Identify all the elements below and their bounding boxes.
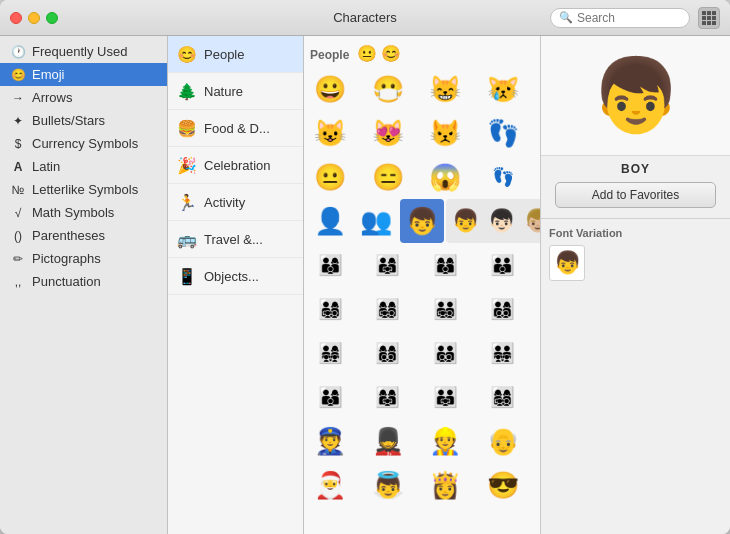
emoji-cell[interactable]: 😀 xyxy=(308,67,352,111)
emoji-cell[interactable]: 😱 xyxy=(423,155,467,199)
emoji-cell[interactable]: 👩‍👩‍👦‍👦 xyxy=(366,331,410,375)
emoji-cell[interactable]: 👨‍👩‍👧‍👧 xyxy=(308,331,352,375)
emoji-cell[interactable]: 😾 xyxy=(423,111,467,155)
clock-icon: 🕐 xyxy=(10,45,26,59)
emoji-cell[interactable]: 🎅 xyxy=(308,463,352,507)
emoji-cell[interactable]: 😐 xyxy=(308,155,352,199)
header-emoji: 😐 😊 xyxy=(357,45,401,62)
sidebar-item-letterlike[interactable]: № Letterlike Symbols xyxy=(0,178,167,201)
emoji-grid-header: People 😐 😊 xyxy=(308,40,536,67)
people-cat-icon: 😊 xyxy=(176,43,198,65)
sidebar-item-emoji[interactable]: 😊 Emoji xyxy=(0,63,167,86)
detail-emoji-area: 👦 xyxy=(541,36,730,156)
emoji-cell[interactable]: 😑 xyxy=(366,155,410,199)
emoji-cell[interactable]: 👩‍👩‍👧 xyxy=(366,375,410,419)
close-button[interactable] xyxy=(10,12,22,24)
emoji-cell[interactable]: 👤 xyxy=(308,199,352,243)
sidebar-item-arrows[interactable]: → Arrows xyxy=(0,86,167,109)
category-item-celebration[interactable]: 🎉 Celebration xyxy=(168,147,303,184)
skin-tone-default[interactable]: 👦 xyxy=(447,203,483,239)
emoji-cell[interactable]: 👩‍👩‍👧‍👦 xyxy=(481,375,525,419)
emoji-cell[interactable]: 😎 xyxy=(481,463,525,507)
emoji-grid-row4: 👤 👥 👦 👦 👦🏻 👦🏼 👦🏽 👦🏾 👦🏿 xyxy=(308,199,536,243)
category-item-people[interactable]: 😊 People xyxy=(168,36,303,73)
emoji-cell[interactable]: 👴 xyxy=(481,419,525,463)
sidebar-item-currency[interactable]: $ Currency Symbols xyxy=(0,132,167,155)
traffic-lights xyxy=(10,12,58,24)
sidebar-item-frequently-used[interactable]: 🕐 Frequently Used xyxy=(0,40,167,63)
search-icon: 🔍 xyxy=(559,11,573,24)
objects-cat-icon: 📱 xyxy=(176,265,198,287)
emoji-cell[interactable]: 👨‍👩‍👦 xyxy=(308,243,352,287)
sidebar-item-pictographs[interactable]: ✏ Pictographs xyxy=(0,247,167,270)
emoji-grid-families4: 👨‍👩‍👦 👩‍👩‍👧 👨‍👨‍👧 👩‍👩‍👧‍👦 xyxy=(308,375,536,419)
emoji-cell[interactable]: 👨‍👨‍👦 xyxy=(481,243,525,287)
emoji-cell[interactable]: 👨‍👩‍👧‍👦 xyxy=(308,287,352,331)
sidebar-item-math[interactable]: √ Math Symbols xyxy=(0,201,167,224)
math-icon: √ xyxy=(10,206,26,220)
search-box[interactable]: 🔍 xyxy=(550,8,690,28)
celebration-cat-icon: 🎉 xyxy=(176,154,198,176)
bullet-icon: ✦ xyxy=(10,114,26,128)
emoji-cell[interactable]: 😿 xyxy=(481,67,525,111)
emoji-cell[interactable]: 👼 xyxy=(366,463,410,507)
minimize-button[interactable] xyxy=(28,12,40,24)
emoji-cell[interactable]: 👮 xyxy=(308,419,352,463)
skin-tone-2[interactable]: 👦🏼 xyxy=(519,203,540,239)
toolbar-right: 🔍 xyxy=(550,7,720,29)
font-variation-title: Font Variation xyxy=(549,227,722,239)
skin-tone-1[interactable]: 👦🏻 xyxy=(483,203,519,239)
add-to-favorites-button[interactable]: Add to Favorites xyxy=(555,182,716,208)
emoji-cell[interactable]: 👩‍👩‍👦 xyxy=(423,243,467,287)
detail-emoji-display: 👦 xyxy=(591,53,681,138)
emoji-cell[interactable]: 👨‍👩‍👦‍👦 xyxy=(481,287,525,331)
emoji-cell[interactable]: 👸 xyxy=(423,463,467,507)
category-item-travel[interactable]: 🚌 Travel &... xyxy=(168,221,303,258)
sidebar-item-parentheses[interactable]: () Parentheses xyxy=(0,224,167,247)
main-window: Characters 🔍 🕐 Frequently Used xyxy=(0,0,730,534)
pictograph-icon: ✏ xyxy=(10,252,26,266)
emoji-cell[interactable]: 👷 xyxy=(423,419,467,463)
sidebar-item-bullets[interactable]: ✦ Bullets/Stars xyxy=(0,109,167,132)
emoji-cell-selected[interactable]: 👦 xyxy=(400,199,444,243)
currency-icon: $ xyxy=(10,137,26,151)
emoji-cell[interactable]: 😺 xyxy=(308,111,352,155)
category-item-food[interactable]: 🍔 Food & D... xyxy=(168,110,303,147)
punctuation-icon: ,, xyxy=(10,275,26,289)
emoji-cell[interactable]: 💂 xyxy=(366,419,410,463)
emoji-grid-row1: 😀 😷 😸 😿 xyxy=(308,67,536,111)
emoji-cell[interactable]: 👨‍👨‍👧 xyxy=(423,375,467,419)
maximize-button[interactable] xyxy=(46,12,58,24)
emoji-cell[interactable]: 😻 xyxy=(366,111,410,155)
arrow-icon: → xyxy=(10,91,26,105)
emoji-cell[interactable]: 😸 xyxy=(423,67,467,111)
grid-view-button[interactable] xyxy=(698,7,720,29)
content-area: 🕐 Frequently Used 😊 Emoji → Arrows ✦ Bul… xyxy=(0,36,730,534)
emoji-cell[interactable]: 👨‍👩‍👦 xyxy=(308,375,352,419)
emoji-cell[interactable]: 😷 xyxy=(366,67,410,111)
emoji-grid-more: 🎅 👼 👸 😎 xyxy=(308,463,536,507)
font-variation-cell[interactable]: 👦 xyxy=(549,245,585,281)
sidebar-item-punctuation[interactable]: ,, Punctuation xyxy=(0,270,167,293)
emoji-cell[interactable]: 👣 xyxy=(481,111,525,155)
emoji-cell[interactable]: 👨‍👨‍👧‍👦 xyxy=(423,287,467,331)
emoji-grid-row2: 😺 😻 😾 👣 xyxy=(308,111,536,155)
emoji-cell[interactable]: 👨‍👩‍👧 xyxy=(366,243,410,287)
category-item-activity[interactable]: 🏃 Activity xyxy=(168,184,303,221)
emoji-grid-panel: People 😐 😊 😀 😷 😸 😿 😺 😻 😾 👣 😐 😑 xyxy=(304,36,540,534)
search-input[interactable] xyxy=(577,11,687,25)
letterlike-icon: № xyxy=(10,183,26,197)
grid-icon-inner xyxy=(702,11,716,25)
emoji-cell[interactable]: 👣 xyxy=(481,155,525,199)
category-item-objects[interactable]: 📱 Objects... xyxy=(168,258,303,295)
sidebar-item-latin[interactable]: A Latin xyxy=(0,155,167,178)
emoji-cell[interactable]: 👨‍👨‍👦‍👦 xyxy=(423,331,467,375)
emoji-icon: 😊 xyxy=(10,68,26,82)
category-item-nature[interactable]: 🌲 Nature xyxy=(168,73,303,110)
emoji-cell[interactable]: 👩‍👩‍👧‍👦 xyxy=(366,287,410,331)
travel-cat-icon: 🚌 xyxy=(176,228,198,250)
emoji-cell[interactable]: 👨‍👨‍👧‍👧 xyxy=(481,331,525,375)
activity-cat-icon: 🏃 xyxy=(176,191,198,213)
latin-icon: A xyxy=(10,160,26,174)
emoji-cell[interactable]: 👥 xyxy=(354,199,398,243)
